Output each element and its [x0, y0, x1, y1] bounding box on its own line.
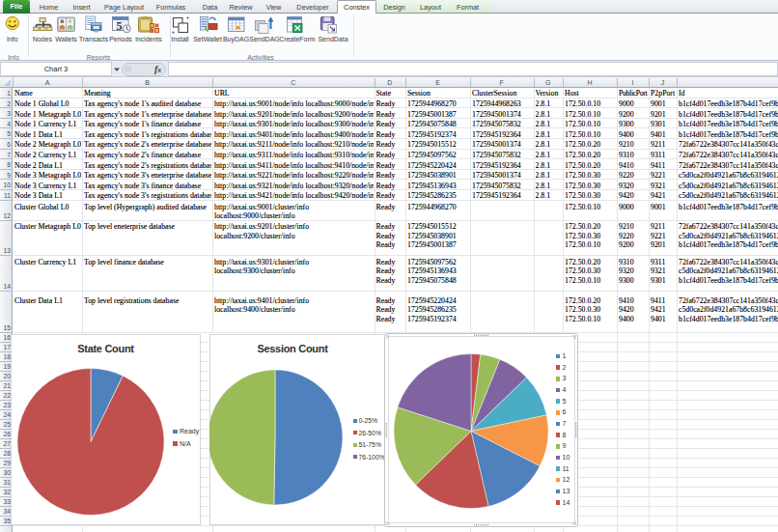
- svg-text:5: 5: [117, 19, 123, 33]
